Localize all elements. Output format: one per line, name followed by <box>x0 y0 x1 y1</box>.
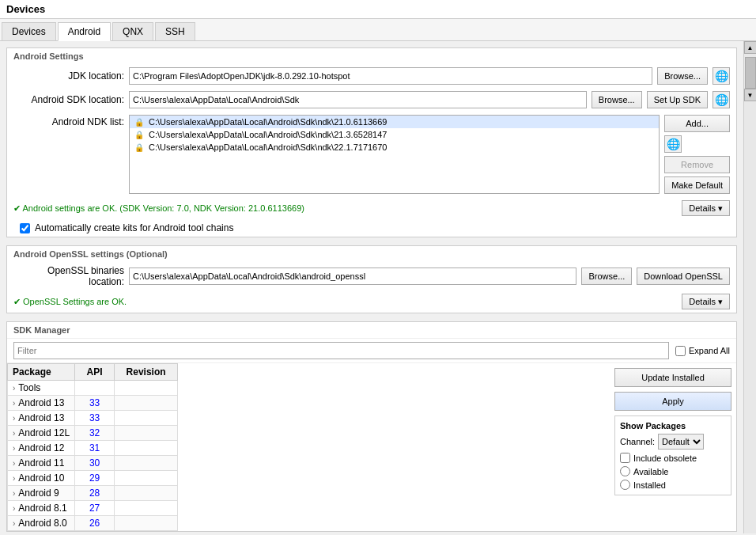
sdk-row: Android SDK location: Browse... Set Up S… <box>7 88 736 112</box>
table-row[interactable]: ›Android 11 30 <box>8 456 178 471</box>
ndk-path-1: C:\Users\alexa\AppData\Local\Android\Sdk… <box>149 117 387 127</box>
scrollbar-up-button[interactable]: ▲ <box>744 41 757 54</box>
ndk-list: 🔒 C:\Users\alexa\AppData\Local\Android\S… <box>129 115 660 194</box>
sdk-manager-section: SDK Manager Expand All Package API <box>6 321 737 532</box>
sdk-globe-button[interactable]: 🌐 <box>713 91 730 108</box>
sdk-list-section: Package API Revision ›Tools <box>7 363 736 531</box>
sdk-label: Android SDK location: <box>13 94 124 105</box>
ndk-item-2[interactable]: 🔒 C:\Users\alexa\AppData\Local\Android\S… <box>130 128 659 141</box>
openssl-input[interactable] <box>129 268 576 285</box>
show-packages-title: Show Packages <box>620 421 726 431</box>
lock-icon-2: 🔒 <box>134 131 144 139</box>
tab-android[interactable]: Android <box>58 22 111 41</box>
show-packages-section: Show Packages Channel: Default Stable Be… <box>614 415 731 495</box>
jdk-browse-button[interactable]: Browse... <box>657 67 708 85</box>
table-row[interactable]: ›Android 12L 32 <box>8 426 178 441</box>
main-content: Android Settings JDK location: Browse...… <box>0 41 756 533</box>
title-bar: Devices <box>0 0 756 19</box>
openssl-browse-button[interactable]: Browse... <box>581 268 632 285</box>
left-panel: Android Settings JDK location: Browse...… <box>0 41 743 533</box>
android-settings-section: Android Settings JDK location: Browse...… <box>6 47 737 237</box>
openssl-details-button[interactable]: Details ▾ <box>682 294 730 309</box>
auto-kits-row: Automatically create kits for Android to… <box>7 219 736 237</box>
openssl-status-row: ✔ OpenSSL Settings are OK. Details ▾ <box>7 290 736 313</box>
available-radio[interactable] <box>620 466 630 476</box>
openssl-label: OpenSSL binaries location: <box>13 265 124 287</box>
sdk-list-left: Package API Revision ›Tools <box>7 363 610 531</box>
ndk-section: Android NDK list: 🔒 C:\Users\alexa\AppDa… <box>7 112 736 197</box>
ndk-path-2: C:\Users\alexa\AppData\Local\Android\Sdk… <box>149 130 387 139</box>
table-row[interactable]: ›Tools <box>8 381 178 396</box>
scrollbar-down-button[interactable]: ▼ <box>744 89 757 101</box>
include-obsolete-row: Include obsolete <box>620 453 726 463</box>
lock-icon-3: 🔒 <box>134 143 144 152</box>
setup-sdk-button[interactable]: Set Up SDK <box>647 91 708 108</box>
col-revision: Revision <box>115 364 178 381</box>
table-row[interactable]: ›Android 12 31 <box>8 441 178 456</box>
tabs-bar: Devices Android QNX SSH <box>0 19 756 41</box>
ndk-item-1[interactable]: 🔒 C:\Users\alexa\AppData\Local\Android\S… <box>130 116 659 128</box>
android-status-ok: ✔ Android settings are OK. (SDK Version:… <box>13 203 304 214</box>
openssl-settings-section: Android OpenSSL settings (Optional) Open… <box>6 245 737 313</box>
sdk-filter-input[interactable] <box>13 342 669 359</box>
ndk-make-default-button[interactable]: Make Default <box>664 176 730 194</box>
table-row[interactable]: ›Android 8.0 26 <box>8 516 178 531</box>
apply-button[interactable]: Apply <box>614 392 731 411</box>
android-status-row: ✔ Android settings are OK. (SDK Version:… <box>7 197 736 219</box>
available-option: Available <box>620 466 726 476</box>
update-installed-button[interactable]: Update Installed <box>614 368 731 387</box>
openssl-status-ok: ✔ OpenSSL Settings are OK. <box>13 297 127 307</box>
ndk-path-3: C:\Users\alexa\AppData\Local\Android\Sdk… <box>149 142 387 152</box>
ndk-add-button[interactable]: Add... <box>664 115 730 132</box>
ndk-add-globe-button[interactable]: 🌐 <box>664 135 682 153</box>
android-settings-title: Android Settings <box>7 48 736 64</box>
sdk-input[interactable] <box>129 91 587 108</box>
auto-kits-checkbox[interactable] <box>20 223 30 233</box>
installed-radio[interactable] <box>620 480 630 490</box>
tab-qnx[interactable]: QNX <box>112 22 153 40</box>
ndk-buttons: Add... 🌐 Remove Make Default <box>664 115 730 194</box>
ndk-item-3[interactable]: 🔒 C:\Users\alexa\AppData\Local\Android\S… <box>130 141 659 154</box>
channel-label: Channel: <box>620 437 655 446</box>
jdk-globe-button[interactable]: 🌐 <box>713 67 730 85</box>
android-details-button[interactable]: Details ▾ <box>682 200 730 216</box>
col-package: Package <box>8 364 75 381</box>
channel-row: Channel: Default Stable Beta Dev Canary <box>620 434 726 450</box>
sdk-manager-title: SDK Manager <box>7 322 736 339</box>
table-row[interactable]: ›Android 13 33 <box>8 411 178 426</box>
table-row[interactable]: ›Android 9 28 <box>8 486 178 501</box>
auto-kits-label: Automatically create kits for Android to… <box>35 222 233 233</box>
window-title: Devices <box>6 3 45 15</box>
ndk-remove-button[interactable]: Remove <box>664 156 730 173</box>
jdk-row: JDK location: Browse... 🌐 <box>7 64 736 88</box>
channel-select[interactable]: Default Stable Beta Dev Canary <box>658 434 704 450</box>
sdk-filter-row: Expand All <box>7 339 736 363</box>
table-row[interactable]: ›Android 10 29 <box>8 471 178 486</box>
ndk-label: Android NDK list: <box>13 115 124 194</box>
include-obsolete-label: Include obsolete <box>633 453 697 463</box>
tab-ssh[interactable]: SSH <box>155 22 195 40</box>
expand-all-checkbox[interactable] <box>675 346 686 356</box>
include-obsolete-checkbox[interactable] <box>620 453 630 463</box>
scrollbar-thumb[interactable] <box>745 57 756 89</box>
scrollbar: ▲ ▼ <box>743 41 756 533</box>
expand-all-label: Expand All <box>689 346 730 355</box>
installed-label: Installed <box>633 480 666 490</box>
openssl-row: OpenSSL binaries location: Browse... Dow… <box>7 262 736 290</box>
tab-devices[interactable]: Devices <box>2 22 56 40</box>
openssl-settings-title: Android OpenSSL settings (Optional) <box>7 246 736 262</box>
table-row[interactable]: ›Android 8.1 27 <box>8 501 178 516</box>
sdk-table: Package API Revision ›Tools <box>7 363 178 531</box>
lock-icon-1: 🔒 <box>134 118 144 127</box>
available-label: Available <box>633 467 668 476</box>
jdk-input[interactable] <box>129 67 652 85</box>
download-openssl-button[interactable]: Download OpenSSL <box>637 268 730 285</box>
table-row[interactable]: ›Android 13 33 <box>8 396 178 411</box>
col-api: API <box>75 364 115 381</box>
sdk-browse-button[interactable]: Browse... <box>592 91 642 108</box>
expand-all-container: Expand All <box>675 346 730 356</box>
sdk-right-panel: Update Installed Apply Show Packages Cha… <box>610 363 736 531</box>
jdk-label: JDK location: <box>13 70 124 82</box>
installed-option: Installed <box>620 480 726 490</box>
